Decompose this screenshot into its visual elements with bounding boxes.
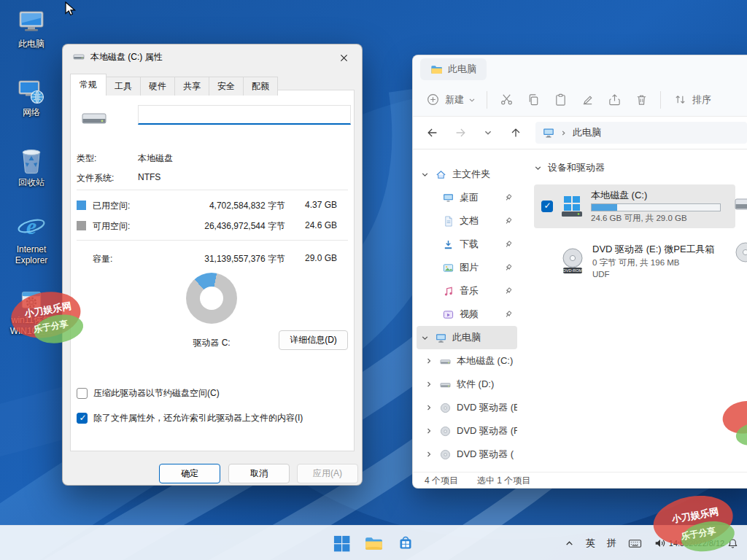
up-icon[interactable]: [508, 125, 524, 141]
details-button[interactable]: 详细信息(D): [279, 330, 348, 350]
index-checkbox[interactable]: [77, 413, 88, 424]
capacity-label: 容量:: [93, 253, 112, 265]
explorer-address-bar: 此电脑: [413, 117, 747, 149]
sidebar-item-label: DVD 驱动器 (F: [457, 424, 517, 438]
type-row: 类型: 本地磁盘: [77, 152, 348, 166]
drive-tile-e[interactable]: DVD-ROM DVD 驱动器 (E:) 微PE工具箱 0 字节 可用, 共 1…: [534, 238, 735, 283]
free-space-bytes: 26,436,972,544 字节: [204, 220, 285, 233]
explorer-titlebar[interactable]: 此电脑: [413, 55, 747, 83]
dvd-rom-icon: DVD-ROM: [559, 247, 587, 275]
this-pc-icon: [543, 127, 554, 139]
sidebar-item-dvd-f[interactable]: DVD 驱动器 (F: [417, 419, 517, 443]
taskbar-store[interactable]: [391, 529, 420, 558]
sidebar-item-this-pc[interactable]: 此电脑: [417, 326, 517, 349]
tile-checkbox[interactable]: [541, 201, 553, 212]
explorer-tab[interactable]: 此电脑: [420, 58, 487, 80]
plus-circle-icon: [425, 92, 441, 108]
sort-button[interactable]: 排序: [672, 92, 711, 108]
close-button[interactable]: [333, 50, 355, 66]
used-space-bytes: 4,702,584,832 字节: [209, 200, 285, 212]
sidebar-item-label: 本地磁盘 (C:): [457, 354, 513, 368]
compress-checkbox[interactable]: [77, 388, 88, 399]
tray-ime-mode[interactable]: 拼: [602, 529, 622, 558]
paste-icon[interactable]: [552, 92, 568, 108]
start-button[interactable]: [327, 529, 356, 558]
type-value: 本地磁盘: [138, 152, 173, 165]
tab-hardware[interactable]: 硬件: [140, 77, 175, 96]
sidebar-item-drive-c[interactable]: 本地磁盘 (C:): [417, 349, 517, 373]
chevron-down-icon[interactable]: [421, 334, 430, 342]
tray-clock[interactable]: 14:55 2022/8/12: [673, 529, 720, 558]
cut-icon[interactable]: [498, 92, 514, 108]
recent-locations-chevron-icon[interactable]: [480, 125, 496, 141]
chevron-down-icon: [468, 96, 476, 104]
dialog-titlebar[interactable]: 本地磁盘 (C:) 属性: [63, 44, 362, 69]
chevron-right-icon[interactable]: [425, 404, 434, 411]
chevron-down-icon[interactable]: [421, 171, 430, 179]
sidebar-item-documents[interactable]: 文档: [417, 209, 517, 233]
chevron-right-icon[interactable]: [425, 357, 434, 365]
divider: [77, 190, 348, 190]
tray-touch-keyboard[interactable]: [623, 529, 647, 558]
desktop-icon-network[interactable]: 网络: [3, 73, 60, 118]
delete-icon[interactable]: [633, 92, 649, 108]
tab-tools[interactable]: 工具: [106, 77, 141, 96]
sidebar-item-dvd-g[interactable]: DVD 驱动器 (: [417, 443, 517, 466]
drive-icon: [440, 379, 451, 390]
compress-checkbox-label: 压缩此驱动器以节约磁盘空间(C): [93, 387, 220, 400]
chevron-right-icon[interactable]: [425, 427, 434, 435]
taskbar-file-explorer[interactable]: [359, 529, 388, 558]
partial-dvd-icon: [732, 241, 747, 268]
new-button[interactable]: 新建: [425, 92, 476, 108]
sidebar-item-music[interactable]: 音乐: [417, 279, 517, 303]
sidebar-item-pictures[interactable]: 图片: [417, 256, 517, 279]
volume-label-input[interactable]: [138, 105, 351, 125]
back-icon[interactable]: [425, 125, 441, 141]
desktop-icon-internet-explorer[interactable]: e Internet Explorer: [3, 210, 60, 266]
tab-general[interactable]: 常规: [70, 74, 107, 96]
ok-button[interactable]: 确定: [159, 464, 220, 483]
tab-security[interactable]: 安全: [209, 77, 244, 96]
sidebar-item-downloads[interactable]: 下载: [417, 233, 517, 256]
rename-icon[interactable]: [579, 92, 595, 108]
desktop-icon-this-pc[interactable]: 此电脑: [3, 4, 60, 50]
filesystem-label: 文件系统:: [77, 173, 114, 183]
explorer-content: 设备和驱动器 本地磁盘 (C:) 24.6 GB 可用, 共 29.0 GB: [521, 149, 747, 472]
videos-icon: [443, 309, 454, 320]
sidebar-item-label: 软件 (D:): [457, 378, 494, 391]
desktop-icon-label: 回收站: [3, 177, 60, 188]
desktop-icon-win11-restore[interactable]: win11恢复 WIN10经...: [3, 281, 60, 337]
drive-icon: [81, 105, 107, 131]
breadcrumb-segment[interactable]: 此电脑: [573, 126, 601, 139]
tray-notifications[interactable]: [721, 529, 744, 558]
capacity-bar: [591, 203, 721, 211]
tab-sharing[interactable]: 共享: [174, 77, 209, 96]
drive-tile-c[interactable]: 本地磁盘 (C:) 24.6 GB 可用, 共 29.0 GB: [534, 184, 735, 228]
breadcrumb[interactable]: 此电脑: [535, 122, 747, 144]
tray-chevron-up[interactable]: [560, 529, 579, 558]
free-space-label: 可用空间:: [93, 220, 130, 233]
chevron-down-icon[interactable]: [534, 164, 542, 172]
share-icon[interactable]: [606, 92, 622, 108]
sidebar-item-dvd-e[interactable]: DVD 驱动器 (E: [417, 396, 517, 419]
forward-icon[interactable]: [452, 125, 468, 141]
chevron-right-icon[interactable]: [425, 381, 434, 388]
sidebar-item-desktop[interactable]: 桌面: [417, 186, 517, 209]
sidebar-item-videos[interactable]: 视频: [417, 303, 517, 326]
tray-language[interactable]: 英: [581, 529, 600, 558]
index-checkbox-row[interactable]: 除了文件属性外，还允许索引此驱动器上文件的内容(I): [77, 412, 303, 424]
status-selected-count: 选中 1 个项目: [477, 475, 530, 487]
compress-checkbox-row[interactable]: 压缩此驱动器以节约磁盘空间(C): [77, 387, 220, 400]
sidebar-item-drive-d[interactable]: 软件 (D:): [417, 373, 517, 396]
sidebar-item-home[interactable]: 主文件夹: [417, 163, 517, 186]
cancel-button[interactable]: 取消: [228, 464, 290, 483]
drive-info: 24.6 GB 可用, 共 29.0 GB: [591, 213, 721, 224]
dvd-icon: [440, 402, 451, 413]
apply-button[interactable]: 应用(A): [297, 464, 358, 483]
chevron-right-icon[interactable]: [425, 451, 434, 458]
store-icon: [396, 534, 415, 553]
section-header-devices[interactable]: 设备和驱动器: [534, 161, 747, 174]
copy-icon[interactable]: [525, 92, 541, 108]
desktop-icon-recycle-bin[interactable]: 回收站: [3, 143, 60, 188]
tab-quota[interactable]: 配额: [243, 77, 278, 96]
